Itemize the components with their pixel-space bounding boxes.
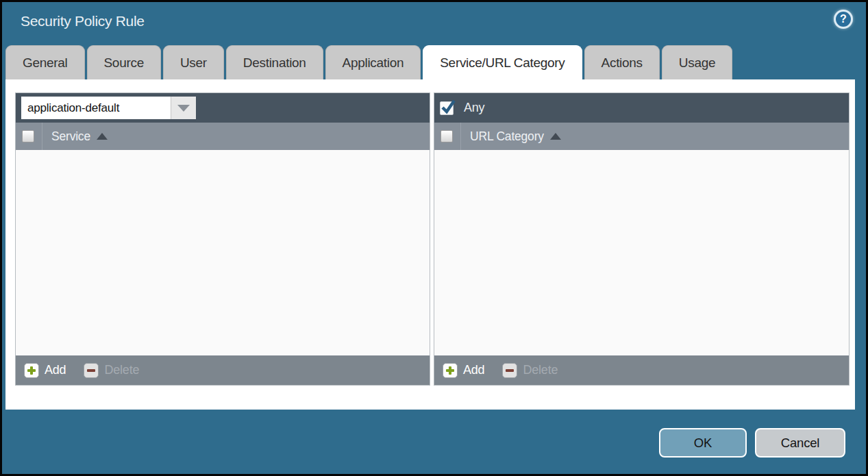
service-table-header: Service xyxy=(16,123,430,150)
service-type-dropdown[interactable]: application-default xyxy=(21,97,196,119)
service-toolbar: application-default xyxy=(16,93,430,123)
select-all-services-checkbox[interactable] xyxy=(22,130,34,142)
help-icon[interactable]: ? xyxy=(834,10,853,29)
dialog-title: Security Policy Rule xyxy=(21,13,145,29)
service-list[interactable] xyxy=(16,150,430,355)
url-category-column-header[interactable]: URL Category xyxy=(470,129,544,144)
delete-icon xyxy=(84,363,99,378)
service-panel: application-default Service xyxy=(15,92,430,386)
add-icon xyxy=(24,363,39,378)
tab-general[interactable]: General xyxy=(5,45,85,79)
security-policy-rule-dialog: Security Policy Rule ? General Source Us… xyxy=(0,0,868,476)
sort-ascending-icon xyxy=(97,133,108,140)
add-service-button[interactable]: Add xyxy=(24,363,66,378)
sort-ascending-icon xyxy=(550,133,561,140)
delete-url-category-button[interactable]: Delete xyxy=(502,363,558,378)
url-category-footer: Add Delete xyxy=(434,355,849,385)
checkmark-icon xyxy=(440,99,456,115)
any-checkbox[interactable] xyxy=(440,101,454,115)
tab-user[interactable]: User xyxy=(163,45,224,79)
service-type-dropdown-value[interactable]: application-default xyxy=(21,97,171,119)
cancel-button[interactable]: Cancel xyxy=(755,428,845,458)
title-bar: Security Policy Rule ? xyxy=(2,2,866,45)
column-divider xyxy=(42,123,42,150)
column-divider xyxy=(460,123,461,150)
tab-usage[interactable]: Usage xyxy=(662,45,732,79)
service-footer: Add Delete xyxy=(16,355,430,385)
delete-icon xyxy=(502,363,517,378)
url-category-panel: Any URL Category Add Delet xyxy=(434,92,850,386)
select-all-url-categories-checkbox[interactable] xyxy=(441,130,453,142)
any-label: Any xyxy=(464,101,484,115)
tab-application[interactable]: Application xyxy=(325,45,421,79)
panels-container: application-default Service xyxy=(15,92,850,386)
tab-destination[interactable]: Destination xyxy=(226,45,323,79)
delete-service-button[interactable]: Delete xyxy=(84,363,139,378)
tab-source[interactable]: Source xyxy=(87,45,161,79)
url-category-list[interactable] xyxy=(434,150,849,355)
tab-actions[interactable]: Actions xyxy=(584,45,660,79)
url-category-table-header: URL Category xyxy=(434,123,849,150)
dropdown-arrow-button[interactable] xyxy=(171,97,196,119)
add-icon xyxy=(443,363,458,378)
tab-bar: General Source User Destination Applicat… xyxy=(5,45,732,79)
url-category-toolbar: Any xyxy=(434,93,849,123)
ok-button[interactable]: OK xyxy=(659,428,747,458)
chevron-down-icon xyxy=(177,105,190,112)
add-url-category-button[interactable]: Add xyxy=(443,363,484,378)
tab-content-service-url-category: application-default Service xyxy=(5,79,855,410)
service-column-header[interactable]: Service xyxy=(51,129,90,144)
tab-service-url-category[interactable]: Service/URL Category xyxy=(423,45,582,79)
